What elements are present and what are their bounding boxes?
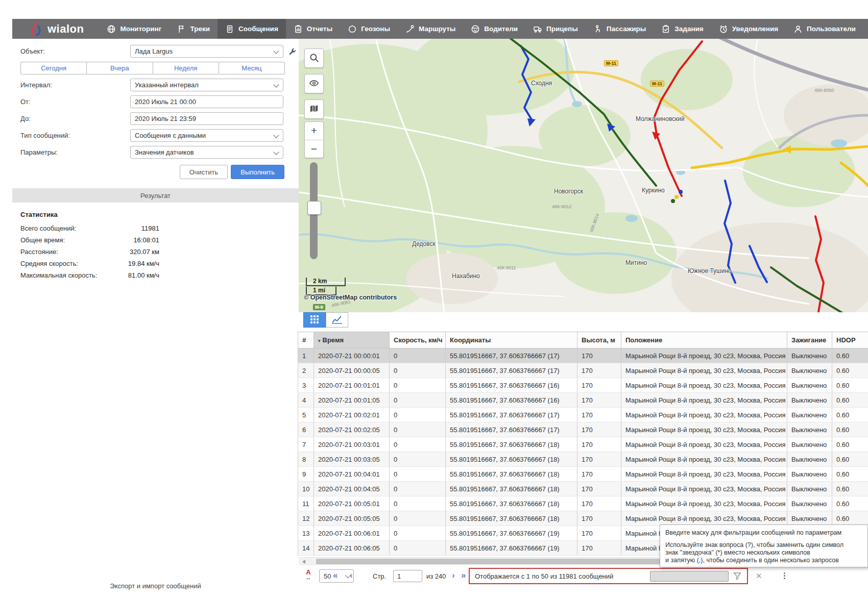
messages-table: #▾ВремяСкорость, км/чКоординатыВысота, м… bbox=[298, 332, 868, 558]
stat-value: 16:08:01 bbox=[133, 234, 159, 246]
wrench-icon[interactable] bbox=[287, 47, 297, 57]
nav-item-routes[interactable]: Маршруты bbox=[398, 19, 463, 39]
clear-filter-icon[interactable]: ✕ bbox=[756, 571, 762, 581]
table-cell: 0.60 bbox=[832, 511, 868, 526]
map-layers-button[interactable] bbox=[304, 99, 324, 119]
table-cell: Выключено bbox=[787, 422, 832, 437]
column-header-0[interactable]: # bbox=[298, 332, 314, 348]
quick-range-today[interactable]: Сегодня bbox=[20, 62, 87, 74]
map-canvas[interactable]: + − СходняМолжаниновскийНовогорскКуркино… bbox=[299, 39, 868, 312]
table-row[interactable]: 102020-07-21 00:04:05055.8019516667, 37.… bbox=[298, 482, 868, 496]
nav-item-jobs[interactable]: Задания bbox=[654, 19, 711, 39]
table-row[interactable]: 82020-07-21 00:03:05055.8019516667, 37.6… bbox=[298, 452, 868, 467]
chart-view-tab[interactable] bbox=[326, 312, 348, 328]
column-header-1[interactable]: ▾Время bbox=[314, 332, 390, 348]
nav-item-label: Отчеты bbox=[307, 25, 332, 33]
to-date-value: 2020 Июль 21 23:59 bbox=[135, 115, 196, 122]
quick-range-yesterday[interactable]: Вчера bbox=[86, 62, 153, 74]
wialon-drop-icon bbox=[30, 21, 43, 37]
table-row[interactable]: 72020-07-21 00:03:01055.8019516667, 37.6… bbox=[298, 437, 868, 452]
filter-funnel-icon[interactable] bbox=[733, 571, 742, 581]
prev-page-button[interactable]: ‹ bbox=[350, 570, 353, 581]
road-label: 46К-9012 bbox=[552, 204, 571, 209]
nav-item-notifications[interactable]: Уведомления bbox=[711, 19, 786, 39]
table-row[interactable]: 122020-07-21 00:05:05055.8019516667, 37.… bbox=[298, 511, 868, 526]
more-options-icon[interactable] bbox=[784, 571, 786, 580]
column-header-6[interactable]: Зажигание bbox=[787, 332, 832, 348]
message-type-select[interactable]: Сообщения с данными bbox=[130, 129, 283, 142]
clear-button[interactable]: Очистить bbox=[180, 165, 228, 179]
column-header-5[interactable]: Положение bbox=[621, 332, 787, 348]
nav-item-monitoring[interactable]: Мониторинг bbox=[99, 19, 169, 39]
table-cell: 0 bbox=[390, 363, 446, 378]
export-import-link[interactable]: Экспорт и импорт сообщений bbox=[12, 582, 299, 590]
map-zoom-slider-handle[interactable] bbox=[307, 201, 321, 215]
table-row[interactable]: 22020-07-21 00:00:05055.8019516667, 37.6… bbox=[298, 363, 868, 378]
table-row[interactable]: 112020-07-21 00:05:01055.8019516667, 37.… bbox=[298, 496, 868, 511]
table-row[interactable]: 52020-07-21 00:02:01055.8019516667, 37.6… bbox=[298, 408, 868, 422]
column-header-7[interactable]: HDOP bbox=[832, 332, 868, 348]
interval-value: Указанный интервал bbox=[135, 81, 199, 89]
nav-item-users[interactable]: Пользователи bbox=[786, 19, 863, 39]
column-header-3[interactable]: Координаты bbox=[446, 332, 577, 348]
from-date-input[interactable]: 2020 Июль 21 00:00 bbox=[130, 95, 283, 108]
map-search-button[interactable] bbox=[304, 48, 324, 68]
nav-item-reports[interactable]: Отчеты bbox=[286, 19, 340, 39]
execute-button[interactable]: Выполнить bbox=[231, 165, 284, 179]
last-page-button[interactable]: » bbox=[461, 570, 466, 581]
page-number-input[interactable]: 1 bbox=[393, 570, 422, 582]
total-pages-label: из 240 bbox=[426, 572, 446, 580]
from-label: От: bbox=[20, 98, 130, 106]
statistics-title: Статистика bbox=[20, 211, 299, 218]
nav-item-passengers[interactable]: Пассажиры bbox=[586, 19, 654, 39]
quick-range-week[interactable]: Неделя bbox=[153, 62, 219, 74]
table-cell: 55.8019516667, 37.6063766667 (17) bbox=[446, 422, 577, 437]
stat-label: Максимальная скорость: bbox=[20, 269, 128, 281]
table-cell: 0.60 bbox=[832, 408, 868, 422]
table-row[interactable]: 92020-07-21 00:04:01055.8019516667, 37.6… bbox=[298, 467, 868, 482]
zoom-out-button[interactable]: − bbox=[305, 140, 323, 158]
search-icon bbox=[309, 53, 319, 64]
table-row[interactable]: 62020-07-21 00:02:05055.8019516667, 37.6… bbox=[298, 422, 868, 437]
quick-range-month[interactable]: Месяц bbox=[219, 62, 285, 74]
nav-item-trailers[interactable]: Прицепы bbox=[525, 19, 586, 39]
object-select[interactable]: Лада Largus bbox=[130, 45, 283, 58]
parameter-filter-input[interactable] bbox=[650, 571, 729, 582]
to-date-input[interactable]: 2020 Июль 21 23:59 bbox=[130, 112, 283, 125]
stat-row: Всего сообщений:11981 bbox=[20, 222, 159, 234]
column-header-4[interactable]: Высота, м bbox=[577, 332, 621, 348]
table-row[interactable]: 32020-07-21 00:01:01055.8019516667, 37.6… bbox=[298, 378, 868, 393]
table-row[interactable]: 42020-07-21 00:01:05055.8019516667, 37.6… bbox=[298, 393, 868, 408]
object-label: Объект: bbox=[20, 47, 130, 55]
table-view-tab[interactable] bbox=[303, 312, 326, 328]
table-cell: 14 bbox=[298, 541, 314, 556]
view-toggle bbox=[303, 312, 348, 328]
wialon-logo[interactable]: wialon bbox=[12, 19, 99, 39]
table-cell: 170 bbox=[577, 467, 621, 482]
next-page-button[interactable]: › bbox=[452, 570, 455, 581]
table-cell: 170 bbox=[577, 408, 621, 422]
parameters-select[interactable]: Значения датчиков bbox=[130, 146, 283, 159]
autofit-columns-button[interactable]: A ↔ bbox=[303, 569, 314, 581]
tooltip-line: и запятую (,), чтобы соединить в один не… bbox=[665, 557, 862, 564]
nav-item-geofences[interactable]: Геозоны bbox=[340, 19, 398, 39]
table-cell: 2020-07-21 00:00:01 bbox=[314, 348, 390, 363]
stat-row: Средняя скорость:19.84 км/ч bbox=[20, 258, 159, 269]
nav-item-tracks[interactable]: Треки bbox=[169, 19, 218, 39]
first-page-button[interactable]: « bbox=[333, 570, 337, 581]
quick-ranges: СегодняВчераНеделяМесяц bbox=[20, 62, 284, 74]
table-row[interactable]: 12020-07-21 00:00:01055.8019516667, 37.6… bbox=[298, 348, 868, 363]
zoom-in-button[interactable]: + bbox=[305, 122, 323, 140]
geofence-icon bbox=[348, 24, 357, 34]
column-header-2[interactable]: Скорость, км/ч bbox=[390, 332, 446, 348]
table-cell: 2020-07-21 00:04:01 bbox=[314, 467, 390, 482]
interval-select[interactable]: Указанный интервал bbox=[130, 79, 283, 91]
table-cell: Марьиной Рощи 8-й проезд, 30 с23, Москва… bbox=[621, 348, 787, 363]
map-visibility-button[interactable] bbox=[304, 74, 324, 93]
nav-item-drivers[interactable]: Водители bbox=[463, 19, 525, 39]
flag-icon bbox=[177, 24, 186, 34]
scroll-left-arrow-icon[interactable] bbox=[300, 560, 305, 564]
nav-item-messages[interactable]: Сообщения bbox=[218, 19, 286, 39]
table-cell: 2020-07-21 00:00:05 bbox=[314, 363, 390, 378]
logo-wordmark: wialon bbox=[47, 22, 84, 36]
